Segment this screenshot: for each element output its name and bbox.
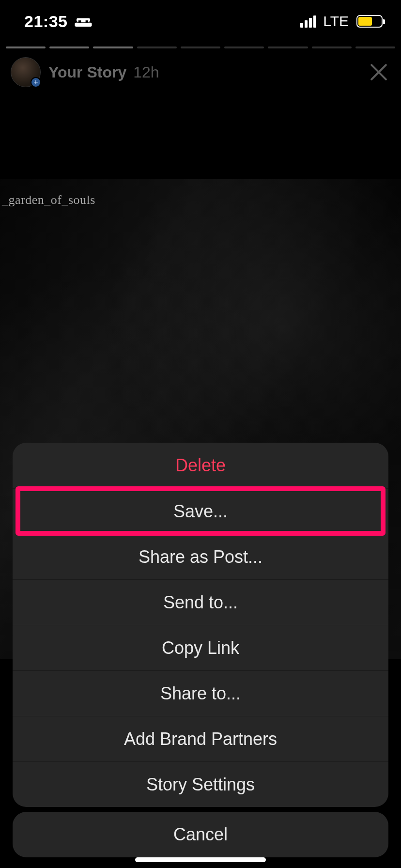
do-not-disturb-icon [74, 16, 93, 27]
story-progress-segment [49, 46, 89, 48]
add-to-story-icon: + [31, 77, 41, 88]
story-progress-segment [268, 46, 308, 48]
story-progress-segment [355, 46, 395, 48]
action-sheet: Delete Save... Share as Post... Send to.… [13, 443, 388, 807]
status-bar: 21:35 LTE [0, 0, 401, 43]
add-brand-partners-button[interactable]: Add Brand Partners [13, 716, 388, 761]
avatar[interactable]: + [11, 57, 41, 87]
story-watermark: _garden_of_souls [2, 193, 95, 207]
story-progress-segment [93, 46, 133, 48]
send-to-label: Send to... [163, 592, 238, 613]
story-progress-segment [137, 46, 177, 48]
svg-rect-3 [86, 20, 89, 23]
story-progress-segment [312, 46, 352, 48]
svg-rect-2 [78, 20, 81, 23]
copy-link-button[interactable]: Copy Link [13, 625, 388, 670]
share-to-label: Share to... [160, 683, 241, 704]
send-to-button[interactable]: Send to... [13, 579, 388, 625]
story-age: 12h [133, 63, 159, 81]
cellular-signal-icon [300, 16, 316, 28]
story-progress-segment [6, 46, 46, 48]
battery-icon [356, 15, 383, 28]
share-to-button[interactable]: Share to... [13, 670, 388, 716]
copy-link-label: Copy Link [162, 638, 239, 658]
cancel-label: Cancel [173, 824, 228, 845]
home-indicator[interactable] [135, 857, 266, 862]
delete-label: Delete [175, 455, 226, 476]
screen: 21:35 LTE + Your Story 12h [0, 0, 401, 868]
share-as-post-label: Share as Post... [139, 547, 262, 567]
story-progress [6, 46, 395, 48]
story-progress-segment [224, 46, 264, 48]
cancel-button[interactable]: Cancel [13, 812, 388, 857]
story-owner-label: Your Story [48, 63, 126, 81]
story-settings-button[interactable]: Story Settings [13, 761, 388, 807]
story-progress-segment [181, 46, 220, 48]
network-type: LTE [323, 13, 349, 30]
add-brand-partners-label: Add Brand Partners [124, 729, 277, 749]
story-settings-label: Story Settings [146, 775, 255, 795]
status-right: LTE [300, 13, 383, 30]
status-time: 21:35 [24, 12, 67, 31]
save-label: Save... [173, 501, 228, 522]
close-icon[interactable] [367, 61, 390, 84]
story-header: + Your Story 12h [11, 57, 390, 87]
status-time-group: 21:35 [24, 12, 93, 31]
share-as-post-button[interactable]: Share as Post... [13, 534, 388, 579]
delete-button[interactable]: Delete [13, 443, 388, 488]
save-button[interactable]: Save... [13, 488, 388, 534]
svg-rect-0 [75, 23, 92, 27]
cancel-wrap: Cancel [13, 812, 388, 857]
